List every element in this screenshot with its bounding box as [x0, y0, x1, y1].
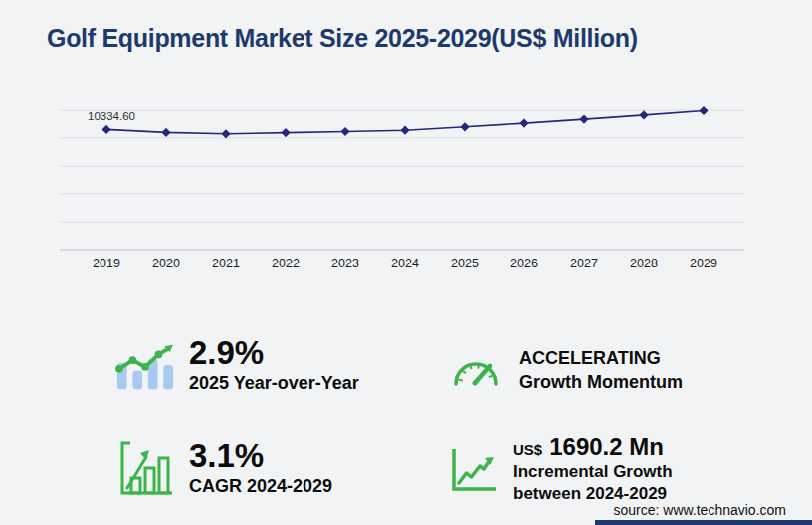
yoy-label: 2025 Year-over-Year [189, 373, 359, 394]
x-tick-label: 2022 [272, 257, 300, 270]
incremental-value: 1690.2 Mn [549, 434, 664, 461]
stat-yoy-growth: 2.9% 2025 Year-over-Year [111, 336, 359, 394]
x-tick-label: 2027 [570, 257, 598, 270]
data-point-marker [340, 127, 349, 136]
x-tick-label: 2023 [331, 257, 359, 270]
stat-incremental-growth: US$ 1690.2 Mn Incremental Growth between… [450, 434, 673, 506]
momentum-status: ACCELERATING [519, 346, 683, 370]
x-tick-label: 2020 [152, 257, 180, 270]
market-size-line-chart: 2019202020212022202320242025202620272028… [0, 89, 812, 283]
x-tick-label: 2029 [690, 257, 717, 270]
line-chart-axes-icon [450, 447, 498, 493]
bar-line-growth-icon [111, 337, 177, 393]
x-tick-label: 2026 [510, 257, 538, 270]
first-point-data-label: 10334.60 [88, 110, 135, 122]
page-title: Golf Equipment Market Size 2025-2029(US$… [47, 24, 638, 53]
data-point-marker [161, 128, 170, 137]
stat-growth-momentum: ACCELERATING Growth Momentum [450, 346, 683, 395]
infographic-page: Golf Equipment Market Size 2025-2029(US$… [0, 0, 812, 525]
speedometer-icon [450, 349, 502, 391]
data-point-marker [102, 125, 110, 134]
data-point-marker [519, 119, 528, 128]
data-point-marker [281, 128, 290, 137]
momentum-label: Growth Momentum [519, 370, 683, 394]
x-tick-label: 2019 [93, 257, 120, 270]
data-point-marker [639, 110, 648, 119]
accent-bar [595, 520, 812, 525]
x-tick-label: 2025 [451, 257, 479, 270]
incremental-currency: US$ [513, 441, 542, 458]
yoy-value: 2.9% [189, 336, 359, 370]
cagr-value: 3.1% [189, 439, 332, 473]
incremental-label-line1: Incremental Growth [513, 461, 673, 483]
x-tick-label: 2028 [630, 257, 658, 270]
data-point-marker [460, 122, 469, 131]
cagr-label: CAGR 2024-2029 [189, 476, 332, 497]
source-link[interactable]: source: www.technavio.com [613, 502, 786, 518]
data-point-marker [400, 126, 409, 135]
x-tick-label: 2024 [391, 257, 419, 270]
data-point-marker [579, 115, 588, 124]
stat-cagr: 3.1% CAGR 2024-2029 [119, 439, 332, 497]
x-tick-label: 2021 [212, 257, 240, 270]
data-point-marker [699, 106, 708, 115]
data-point-marker [221, 129, 230, 138]
outlined-bar-chart-icon [119, 440, 175, 496]
